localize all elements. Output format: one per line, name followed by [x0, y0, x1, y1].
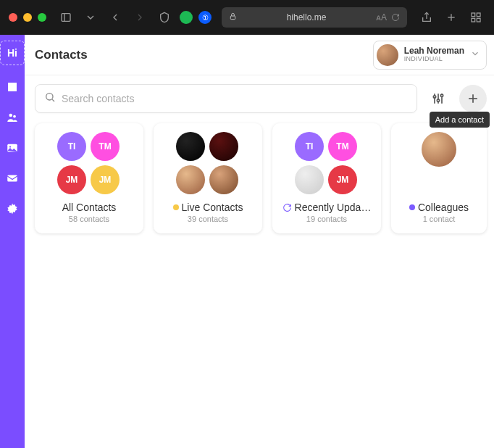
- svg-rect-6: [472, 13, 475, 17]
- user-info: Leah Noreman INDIVIDUAL: [404, 46, 464, 63]
- group-title-text: Recently Upda…: [295, 202, 372, 213]
- contact-group-card[interactable]: Colleagues1 contact: [391, 123, 487, 233]
- svg-point-23: [440, 94, 443, 96]
- settings-icon[interactable]: [4, 200, 21, 217]
- search-box[interactable]: [35, 84, 417, 113]
- svg-line-17: [52, 99, 54, 101]
- refresh-icon: [282, 203, 292, 212]
- contacts-icon[interactable]: [4, 109, 21, 126]
- extension-icon[interactable]: ①: [198, 11, 212, 24]
- toolbar: Add a contact: [25, 75, 494, 119]
- avatar: TI: [295, 132, 324, 161]
- svg-point-16: [46, 94, 53, 100]
- avatar: JM: [91, 165, 120, 194]
- avatar: JM: [328, 165, 357, 194]
- contact-group-card[interactable]: Live Contacts39 contacts: [154, 123, 262, 233]
- share-icon[interactable]: [417, 8, 436, 27]
- svg-rect-0: [62, 14, 70, 22]
- avatar-grid: TITMJMJM: [57, 132, 121, 196]
- search-icon: [44, 91, 56, 106]
- avatar: [377, 44, 398, 66]
- group-title-text: Colleagues: [418, 202, 469, 213]
- avatar: [422, 132, 456, 167]
- group-title: Live Contacts: [173, 202, 243, 213]
- bullet-icon: [409, 204, 415, 210]
- contact-group-card[interactable]: TITMJMRecently Upda…19 contacts: [272, 123, 381, 233]
- group-count: 58 contacts: [69, 215, 109, 223]
- tooltip-add-contact: Add a contact: [430, 112, 490, 128]
- avatar: [176, 165, 205, 194]
- add-contact-button[interactable]: [459, 85, 487, 112]
- svg-rect-2: [230, 16, 235, 20]
- reload-icon[interactable]: [391, 13, 400, 22]
- avatar: TM: [328, 132, 357, 161]
- backgrounds-icon[interactable]: [4, 139, 21, 157]
- avatar: [209, 165, 238, 194]
- app-logo[interactable]: Hi: [0, 41, 25, 65]
- bullet-icon: [173, 204, 179, 210]
- main-content: Contacts Leah Noreman INDIVIDUAL: [25, 35, 494, 448]
- new-tab-icon[interactable]: [442, 8, 461, 27]
- sidebar-toggle-icon[interactable]: [56, 8, 75, 27]
- svg-rect-9: [477, 18, 480, 22]
- group-title: Recently Upda…: [282, 202, 372, 213]
- contact-groups: TITMJMJMAll Contacts58 contactsLive Cont…: [25, 119, 494, 238]
- lock-icon: [229, 12, 237, 22]
- chevron-down-icon[interactable]: [81, 8, 100, 27]
- svg-point-11: [13, 115, 16, 118]
- nav-back-icon[interactable]: [106, 8, 125, 27]
- page-title: Contacts: [35, 48, 88, 62]
- avatar: [295, 165, 324, 194]
- cards-icon[interactable]: [4, 78, 21, 96]
- group-count: 39 contacts: [188, 215, 228, 223]
- svg-point-13: [9, 146, 11, 147]
- group-title-text: All Contacts: [62, 202, 117, 213]
- contact-group-card[interactable]: TITMJMJMAll Contacts58 contacts: [35, 123, 143, 233]
- avatar: JM: [57, 165, 86, 194]
- svg-point-21: [433, 96, 435, 98]
- svg-point-10: [9, 114, 13, 117]
- avatar: [209, 132, 238, 161]
- tabs-overview-icon[interactable]: [466, 8, 485, 27]
- avatar-grid: TITMJM: [295, 132, 359, 196]
- user-menu[interactable]: Leah Noreman INDIVIDUAL: [373, 41, 487, 70]
- group-count: 19 contacts: [306, 215, 347, 223]
- filter-button[interactable]: [424, 85, 452, 112]
- avatar: [176, 132, 205, 161]
- chevron-down-icon: [470, 49, 480, 62]
- avatar: TM: [91, 132, 120, 161]
- user-plan: INDIVIDUAL: [404, 56, 464, 63]
- extension-icon[interactable]: [180, 11, 193, 24]
- minimize-window-icon[interactable]: [23, 13, 32, 22]
- url-bar[interactable]: hihello.me ᴀA: [222, 7, 407, 28]
- search-input[interactable]: [62, 93, 408, 104]
- svg-point-22: [437, 99, 439, 101]
- maximize-window-icon[interactable]: [38, 13, 46, 22]
- avatar: TI: [57, 132, 86, 161]
- shield-icon[interactable]: [155, 8, 174, 27]
- url-text: hihello.me: [241, 12, 372, 22]
- avatar-grid: [176, 132, 240, 196]
- app-sidebar: Hi: [0, 35, 25, 448]
- group-count: 1 contact: [423, 215, 456, 223]
- topbar: Contacts Leah Noreman INDIVIDUAL: [25, 35, 494, 75]
- nav-forward-icon[interactable]: [130, 8, 149, 27]
- reader-icon[interactable]: ᴀA: [376, 12, 387, 22]
- close-window-icon[interactable]: [9, 13, 17, 22]
- group-title-text: Live Contacts: [182, 202, 243, 213]
- svg-rect-7: [477, 13, 480, 17]
- group-title: Colleagues: [409, 202, 469, 213]
- svg-rect-14: [7, 175, 17, 182]
- group-title: All Contacts: [62, 202, 117, 213]
- svg-rect-8: [472, 18, 475, 22]
- app: Hi Contacts Leah Noreman INDIVIDUAL: [0, 35, 494, 448]
- avatar-grid: [407, 132, 471, 196]
- browser-chrome: ① hihello.me ᴀA: [0, 0, 494, 35]
- window-controls: [9, 13, 46, 22]
- mail-icon[interactable]: [4, 170, 21, 187]
